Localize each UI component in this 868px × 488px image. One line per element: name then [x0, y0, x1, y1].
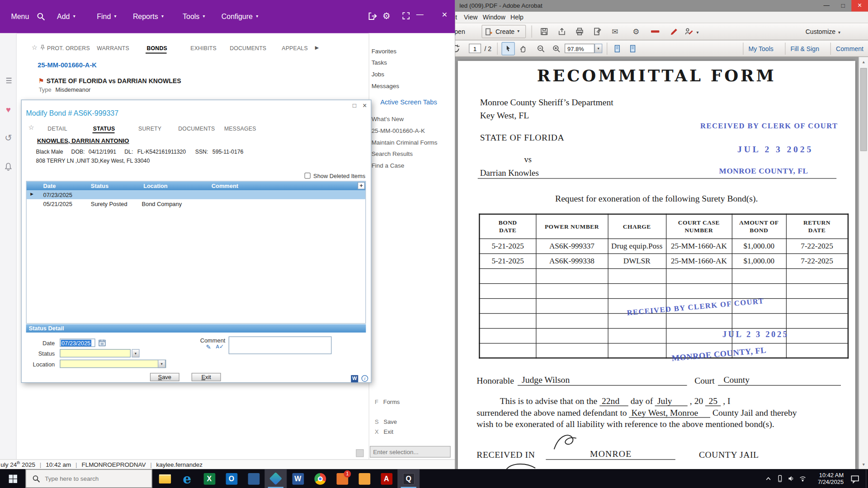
file-explorer-icon[interactable] [154, 469, 176, 488]
chrome-icon[interactable] [309, 469, 331, 488]
my-tools-button[interactable]: My Tools [749, 45, 774, 52]
select-tool-icon[interactable] [501, 42, 514, 55]
acrobat-icon[interactable]: A [375, 469, 397, 488]
vertical-scrollbar[interactable]: ▲ ▼ [859, 57, 868, 469]
grid-add-row-button[interactable]: + [358, 182, 365, 189]
show-deleted-checkbox[interactable] [304, 173, 310, 178]
pin-icon[interactable] [39, 44, 46, 51]
customize-button[interactable]: Customize [806, 28, 836, 35]
shortcut-forms[interactable]: FForms [375, 399, 400, 405]
menu-edit[interactable]: Edit [455, 14, 458, 21]
panel-link-tasks[interactable]: Tasks [372, 59, 387, 66]
save-button[interactable]: Save [150, 373, 179, 381]
start-button[interactable] [0, 469, 25, 488]
excel-icon[interactable]: X [198, 469, 220, 488]
spellcheck-pencil-icon[interactable]: ✎ [206, 343, 211, 351]
tabs-overflow-arrow-icon[interactable]: ▶ [315, 45, 319, 50]
scrollbar-thumb[interactable] [860, 68, 867, 151]
screen-tab-whats-new[interactable]: What's New [372, 116, 404, 122]
notification-app-icon[interactable]: 1 [331, 469, 353, 488]
location-dropdown[interactable]: ▾ [60, 360, 166, 368]
scroll-corner[interactable] [356, 449, 363, 457]
chevron-down-icon[interactable]: ▾ [696, 30, 698, 35]
gear-icon[interactable]: ⚙ [630, 25, 642, 38]
bond-tab-messages[interactable]: MESSAGES [224, 126, 256, 131]
page-number-input[interactable] [469, 44, 481, 53]
open-external-icon[interactable] [368, 11, 377, 21]
grid-row-selected[interactable]: ▶ 07/23/2025 [27, 190, 365, 199]
sign-document-icon[interactable] [683, 25, 695, 38]
q-app-icon[interactable]: Q [397, 469, 420, 488]
tab-documents[interactable]: DOCUMENTS [230, 45, 266, 51]
edit-page-icon[interactable] [591, 25, 604, 38]
marker-pen-icon[interactable] [668, 25, 680, 38]
highlight-remove-icon[interactable] [651, 30, 659, 33]
fill-sign-button[interactable]: Fill & Sign [791, 45, 819, 52]
dialog-star-icon[interactable]: ☆ [28, 123, 34, 131]
zoom-level-input[interactable]: 97.8% [565, 44, 594, 53]
menu-window[interactable]: Window [483, 14, 505, 21]
menu-reports[interactable]: Reports▾ [133, 12, 164, 20]
dialog-close-icon[interactable]: × [363, 101, 367, 109]
enter-selection-input[interactable] [370, 446, 451, 458]
grid-row[interactable]: 05/21/2025 Surety Posted Bond Company [27, 199, 365, 208]
acrobat-maximize-button[interactable]: □ [835, 0, 852, 12]
menu-configure[interactable]: Configure▾ [222, 12, 258, 20]
screen-tab-case[interactable]: 25-MM-001660-A-K [372, 127, 425, 134]
bond-tab-status[interactable]: STATUS [93, 126, 115, 131]
tab-bonds[interactable]: BONDS [146, 45, 167, 51]
open-button[interactable]: Open [455, 28, 465, 35]
history-icon[interactable]: ↺ [3, 132, 14, 143]
acrobat-minimize-button[interactable]: — [818, 0, 835, 12]
calendar-icon[interactable] [98, 338, 106, 347]
menu-add[interactable]: Add▾ [57, 12, 75, 20]
tray-volume-icon[interactable] [787, 475, 795, 483]
scroll-up-arrow[interactable]: ▲ [859, 57, 868, 66]
case-tab-star-icon[interactable]: ☆ [32, 44, 38, 52]
notifications-bell-icon[interactable] [3, 161, 14, 172]
screen-tab-search-results[interactable]: Search Results [372, 150, 413, 157]
taskbar-search-input[interactable] [45, 475, 139, 482]
single-page-view-icon[interactable] [611, 42, 623, 55]
previous-view-icon[interactable] [455, 42, 462, 55]
gear-icon[interactable]: ⚙ [382, 10, 391, 21]
scrolling-page-view-icon[interactable] [627, 42, 639, 55]
create-button[interactable]: Create ▾ [481, 25, 526, 38]
zoom-dropdown-arrow[interactable]: ▾ [594, 44, 602, 53]
word-icon[interactable]: W [287, 469, 309, 488]
minimize-button[interactable]: — [416, 10, 424, 18]
taskbar-search[interactable] [25, 469, 152, 488]
tray-network-icon[interactable] [799, 475, 807, 483]
close-button[interactable]: × [442, 9, 447, 20]
exit-button[interactable]: Exit [192, 373, 221, 381]
panel-link-messages[interactable]: Messages [372, 82, 399, 89]
hand-tool-icon[interactable] [516, 42, 529, 55]
notes-app-icon[interactable] [353, 469, 375, 488]
menu-find[interactable]: Find▾ [97, 12, 116, 20]
save-icon[interactable] [538, 25, 550, 38]
menu-tools[interactable]: Tools▾ [183, 12, 205, 20]
fullscreen-icon[interactable] [402, 12, 410, 20]
comment-button[interactable]: Comment [836, 45, 863, 52]
word-merge-icon[interactable]: W [351, 375, 358, 382]
menu-view[interactable]: View [464, 14, 477, 21]
show-desktop-button[interactable] [866, 469, 868, 488]
panel-link-favorites[interactable]: Favorites [372, 47, 396, 54]
screen-tab-maintain-criminal-forms[interactable]: Maintain Criminal Forms [372, 139, 438, 145]
tab-warrants[interactable]: WARRANTS [97, 45, 129, 51]
status-dropdown[interactable] [60, 349, 131, 357]
scroll-down-arrow[interactable]: ▼ [859, 460, 868, 469]
outlook-icon[interactable]: O [220, 469, 242, 488]
shortcut-save[interactable]: SSave [375, 418, 397, 425]
tray-chevron-up-icon[interactable] [764, 475, 772, 483]
screen-tab-find-a-case[interactable]: Find a Case [372, 162, 405, 169]
calculator-icon[interactable] [242, 469, 264, 488]
tab-prot-orders[interactable]: PROT. ORDERS [47, 45, 90, 51]
chevron-down-icon[interactable]: ▾ [838, 30, 840, 35]
bond-tab-documents[interactable]: DOCUMENTS [178, 126, 215, 131]
email-icon[interactable]: ✉ [609, 25, 621, 38]
shortcut-exit[interactable]: XExit [375, 428, 393, 435]
action-center-icon[interactable] [850, 474, 860, 483]
print-icon[interactable] [574, 25, 586, 38]
info-icon[interactable]: i [362, 375, 368, 382]
